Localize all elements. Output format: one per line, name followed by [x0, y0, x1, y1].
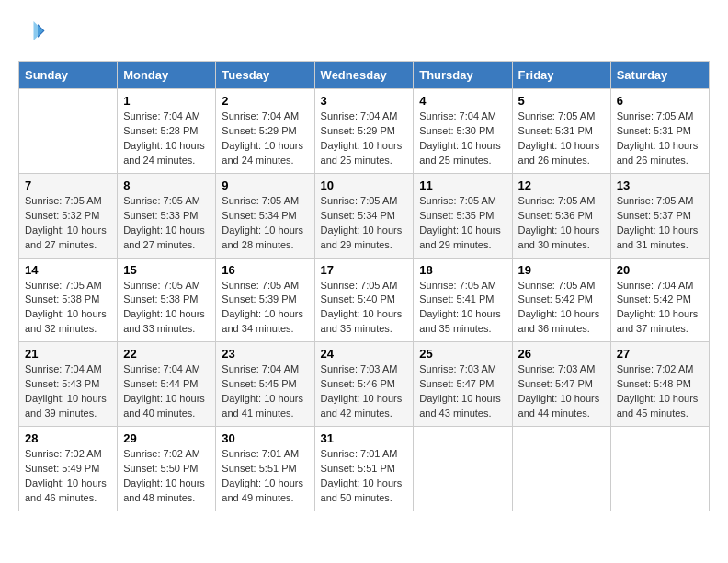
day-number: 25 [419, 347, 506, 361]
day-info: Sunrise: 7:05 AMSunset: 5:34 PMDaylight:… [321, 194, 408, 253]
day-number: 19 [518, 263, 605, 277]
calendar-cell: 15Sunrise: 7:05 AMSunset: 5:38 PMDayligh… [118, 258, 216, 342]
calendar-cell: 24Sunrise: 7:03 AMSunset: 5:46 PMDayligh… [314, 342, 414, 427]
day-number: 14 [25, 263, 111, 277]
calendar-cell: 7Sunrise: 7:05 AMSunset: 5:32 PMDaylight… [19, 173, 118, 258]
day-info: Sunrise: 7:05 AMSunset: 5:36 PMDaylight:… [518, 194, 605, 253]
day-number: 2 [222, 94, 308, 108]
day-of-week-header: Wednesday [314, 62, 414, 89]
day-of-week-header: Friday [512, 62, 610, 89]
calendar-cell: 4Sunrise: 7:04 AMSunset: 5:30 PMDaylight… [414, 89, 512, 174]
day-number: 7 [25, 178, 111, 192]
day-of-week-header: Sunday [19, 62, 118, 89]
day-info: Sunrise: 7:01 AMSunset: 5:51 PMDaylight:… [321, 447, 408, 506]
calendar-cell: 31Sunrise: 7:01 AMSunset: 5:51 PMDayligh… [314, 427, 414, 511]
day-number: 18 [419, 263, 506, 277]
day-number: 24 [321, 347, 408, 361]
day-number: 16 [222, 263, 308, 277]
day-info: Sunrise: 7:03 AMSunset: 5:46 PMDaylight:… [321, 362, 408, 421]
day-info: Sunrise: 7:04 AMSunset: 5:45 PMDaylight:… [222, 362, 308, 421]
calendar-cell: 30Sunrise: 7:01 AMSunset: 5:51 PMDayligh… [216, 427, 314, 511]
day-info: Sunrise: 7:05 AMSunset: 5:38 PMDaylight:… [25, 279, 111, 338]
calendar-cell [610, 427, 709, 511]
calendar-cell: 3Sunrise: 7:04 AMSunset: 5:29 PMDaylight… [314, 89, 414, 174]
day-of-week-header: Monday [118, 62, 216, 89]
day-number: 3 [321, 94, 408, 108]
day-info: Sunrise: 7:05 AMSunset: 5:31 PMDaylight:… [617, 109, 703, 168]
day-number: 8 [123, 178, 210, 192]
day-info: Sunrise: 7:03 AMSunset: 5:47 PMDaylight:… [518, 362, 605, 421]
day-info: Sunrise: 7:02 AMSunset: 5:50 PMDaylight:… [123, 447, 210, 506]
header [18, 18, 710, 46]
day-info: Sunrise: 7:04 AMSunset: 5:42 PMDaylight:… [617, 279, 703, 338]
calendar-cell: 13Sunrise: 7:05 AMSunset: 5:37 PMDayligh… [610, 173, 709, 258]
day-info: Sunrise: 7:05 AMSunset: 5:33 PMDaylight:… [123, 194, 210, 253]
calendar-cell: 29Sunrise: 7:02 AMSunset: 5:50 PMDayligh… [118, 427, 216, 511]
day-number: 9 [222, 178, 308, 192]
calendar-cell: 23Sunrise: 7:04 AMSunset: 5:45 PMDayligh… [216, 342, 314, 427]
calendar-cell: 10Sunrise: 7:05 AMSunset: 5:34 PMDayligh… [314, 173, 414, 258]
day-number: 11 [419, 178, 506, 192]
calendar-cell: 6Sunrise: 7:05 AMSunset: 5:31 PMDaylight… [610, 89, 709, 174]
day-info: Sunrise: 7:04 AMSunset: 5:43 PMDaylight:… [25, 362, 111, 421]
calendar-cell: 18Sunrise: 7:05 AMSunset: 5:41 PMDayligh… [414, 258, 512, 342]
calendar-cell: 22Sunrise: 7:04 AMSunset: 5:44 PMDayligh… [118, 342, 216, 427]
day-info: Sunrise: 7:04 AMSunset: 5:29 PMDaylight:… [321, 109, 408, 168]
day-info: Sunrise: 7:05 AMSunset: 5:42 PMDaylight:… [518, 279, 605, 338]
day-info: Sunrise: 7:05 AMSunset: 5:38 PMDaylight:… [123, 279, 210, 338]
calendar-header-row: SundayMondayTuesdayWednesdayThursdayFrid… [19, 62, 710, 89]
calendar-cell: 1Sunrise: 7:04 AMSunset: 5:28 PMDaylight… [118, 89, 216, 174]
calendar-week-row: 21Sunrise: 7:04 AMSunset: 5:43 PMDayligh… [19, 342, 710, 427]
day-info: Sunrise: 7:02 AMSunset: 5:48 PMDaylight:… [617, 362, 703, 421]
day-number: 23 [222, 347, 308, 361]
calendar-cell: 19Sunrise: 7:05 AMSunset: 5:42 PMDayligh… [512, 258, 610, 342]
day-number: 10 [321, 178, 408, 192]
day-of-week-header: Tuesday [216, 62, 314, 89]
day-number: 4 [419, 94, 506, 108]
calendar-cell [414, 427, 512, 511]
day-number: 20 [617, 263, 703, 277]
day-info: Sunrise: 7:04 AMSunset: 5:44 PMDaylight:… [123, 362, 210, 421]
calendar-cell: 21Sunrise: 7:04 AMSunset: 5:43 PMDayligh… [19, 342, 118, 427]
day-info: Sunrise: 7:05 AMSunset: 5:41 PMDaylight:… [419, 279, 506, 338]
calendar-table: SundayMondayTuesdayWednesdayThursdayFrid… [18, 61, 710, 511]
day-number: 30 [222, 431, 308, 445]
calendar-cell: 12Sunrise: 7:05 AMSunset: 5:36 PMDayligh… [512, 173, 610, 258]
day-info: Sunrise: 7:04 AMSunset: 5:30 PMDaylight:… [419, 109, 506, 168]
day-info: Sunrise: 7:05 AMSunset: 5:32 PMDaylight:… [25, 194, 111, 253]
day-info: Sunrise: 7:02 AMSunset: 5:49 PMDaylight:… [25, 447, 111, 506]
day-info: Sunrise: 7:04 AMSunset: 5:28 PMDaylight:… [123, 109, 210, 168]
day-info: Sunrise: 7:01 AMSunset: 5:51 PMDaylight:… [222, 447, 308, 506]
day-info: Sunrise: 7:04 AMSunset: 5:29 PMDaylight:… [222, 109, 308, 168]
calendar-cell: 16Sunrise: 7:05 AMSunset: 5:39 PMDayligh… [216, 258, 314, 342]
calendar-cell: 28Sunrise: 7:02 AMSunset: 5:49 PMDayligh… [19, 427, 118, 511]
calendar-cell: 9Sunrise: 7:05 AMSunset: 5:34 PMDaylight… [216, 173, 314, 258]
calendar-cell: 8Sunrise: 7:05 AMSunset: 5:33 PMDaylight… [118, 173, 216, 258]
calendar-cell: 20Sunrise: 7:04 AMSunset: 5:42 PMDayligh… [610, 258, 709, 342]
day-of-week-header: Thursday [414, 62, 512, 89]
day-number: 31 [321, 431, 408, 445]
day-info: Sunrise: 7:03 AMSunset: 5:47 PMDaylight:… [419, 362, 506, 421]
day-info: Sunrise: 7:05 AMSunset: 5:31 PMDaylight:… [518, 109, 605, 168]
day-number: 15 [123, 263, 210, 277]
day-number: 6 [617, 94, 703, 108]
calendar-week-row: 14Sunrise: 7:05 AMSunset: 5:38 PMDayligh… [19, 258, 710, 342]
day-number: 12 [518, 178, 605, 192]
calendar-cell [19, 89, 118, 174]
day-info: Sunrise: 7:05 AMSunset: 5:40 PMDaylight:… [321, 279, 408, 338]
day-number: 22 [123, 347, 210, 361]
day-number: 28 [25, 431, 111, 445]
logo [18, 18, 51, 46]
calendar-week-row: 1Sunrise: 7:04 AMSunset: 5:28 PMDaylight… [19, 89, 710, 174]
day-number: 5 [518, 94, 605, 108]
calendar-cell: 11Sunrise: 7:05 AMSunset: 5:35 PMDayligh… [414, 173, 512, 258]
calendar-week-row: 28Sunrise: 7:02 AMSunset: 5:49 PMDayligh… [19, 427, 710, 511]
day-info: Sunrise: 7:05 AMSunset: 5:34 PMDaylight:… [222, 194, 308, 253]
day-number: 17 [321, 263, 408, 277]
calendar-cell: 27Sunrise: 7:02 AMSunset: 5:48 PMDayligh… [610, 342, 709, 427]
day-number: 21 [25, 347, 111, 361]
calendar-cell: 25Sunrise: 7:03 AMSunset: 5:47 PMDayligh… [414, 342, 512, 427]
day-number: 29 [123, 431, 210, 445]
day-info: Sunrise: 7:05 AMSunset: 5:35 PMDaylight:… [419, 194, 506, 253]
logo-icon [18, 18, 46, 46]
